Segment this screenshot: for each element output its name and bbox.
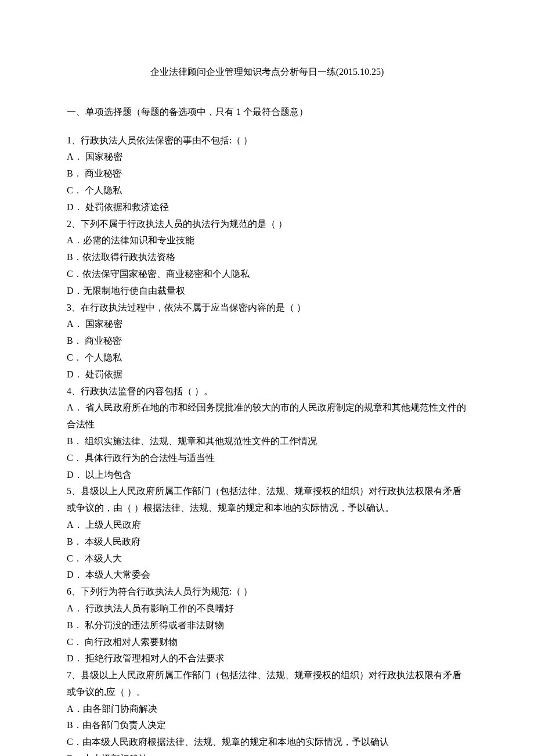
- question-stem: 2、下列不属于行政执法人员的执法行为规范的是（ ）: [67, 216, 467, 233]
- question-option: A．必需的法律知识和专业技能: [67, 232, 467, 249]
- question-option: A． 行政执法人员有影响工作的不良嗜好: [67, 600, 467, 617]
- question-option: C． 向行政相对人索要财物: [67, 634, 467, 651]
- question-option: C．依法保守国家秘密、商业秘密和个人隐私: [67, 266, 467, 283]
- question-block: 3、在行政执法过程中，依法不属于应当保密内容的是（ ）A． 国家秘密B． 商业秘…: [67, 300, 467, 383]
- question-option: A． 国家秘密: [67, 149, 467, 165]
- question-option: D． 本级人大常委会: [67, 567, 467, 584]
- question-option: B．由各部门负责人决定: [67, 717, 467, 734]
- question-option: B． 商业秘密: [67, 165, 467, 182]
- question-option: D．由上级部门确认: [67, 751, 467, 756]
- question-block: 5、县级以上人民政府所属工作部门（包括法律、法规、规章授权的组织）对行政执法权限…: [67, 483, 467, 584]
- question-option: B．依法取得行政执法资格: [67, 249, 467, 266]
- question-block: 6、下列行为符合行政执法人员行为规范:（ ）A． 行政执法人员有影响工作的不良嗜…: [67, 584, 467, 667]
- question-block: 2、下列不属于行政执法人员的执法行为规范的是（ ）A．必需的法律知识和专业技能B…: [67, 216, 467, 300]
- question-option: D． 处罚依据: [67, 366, 467, 383]
- question-option: D．无限制地行使自由裁量权: [67, 283, 467, 300]
- section-header: 一、单项选择题（每题的备选项中，只有 1 个最符合题意）: [67, 104, 467, 121]
- question-option: A．由各部门协商解决: [67, 701, 467, 718]
- question-option: C． 个人隐私: [67, 182, 467, 199]
- question-stem: 5、县级以上人民政府所属工作部门（包括法律、法规、规章授权的组织）对行政执法权限…: [67, 483, 467, 517]
- question-option: C． 本级人大: [67, 550, 467, 567]
- questions-container: 1、行政执法人员依法保密的事由不包括:（ ）A． 国家秘密B． 商业秘密C． 个…: [67, 132, 467, 756]
- question-block: 1、行政执法人员依法保密的事由不包括:（ ）A． 国家秘密B． 商业秘密C． 个…: [67, 132, 467, 216]
- question-option: D． 以上均包含: [67, 467, 467, 484]
- question-stem: 6、下列行为符合行政执法人员行为规范:（ ）: [67, 584, 467, 600]
- question-option: C．由本级人民政府根据法律、法规、规章的规定和本地的实际情况，予以确认: [67, 734, 467, 751]
- question-option: D． 处罚依据和救济途径: [67, 199, 467, 216]
- question-stem: 4、行政执法监督的内容包括（ ）。: [67, 383, 467, 400]
- question-option: B． 本级人民政府: [67, 534, 467, 550]
- question-option: C． 具体行政行为的合法性与适当性: [67, 450, 467, 467]
- question-block: 7、县级以上人民政府所属工作部门（包括法律、法规、规章授权的组织）对行政执法权限…: [67, 667, 467, 756]
- question-option: A． 省人民政府所在地的市和经国务院批准的较大的市的人民政府制定的规章和其他规范…: [67, 399, 467, 433]
- question-stem: 1、行政执法人员依法保密的事由不包括:（ ）: [67, 132, 467, 149]
- question-option: B． 私分罚没的违法所得或者非法财物: [67, 617, 467, 634]
- document-title: 企业法律顾问企业管理知识考点分析每日一练(2015.10.25): [67, 64, 467, 81]
- question-stem: 7、县级以上人民政府所属工作部门（包括法律、法规、规章授权的组织）对行政执法权限…: [67, 667, 467, 701]
- question-block: 4、行政执法监督的内容包括（ ）。A． 省人民政府所在地的市和经国务院批准的较大…: [67, 383, 467, 484]
- question-option: A． 国家秘密: [67, 316, 467, 333]
- question-option: A． 上级人民政府: [67, 517, 467, 534]
- question-option: B． 商业秘密: [67, 333, 467, 350]
- question-option: C． 个人隐私: [67, 350, 467, 366]
- question-option: B． 组织实施法律、法规、规章和其他规范性文件的工作情况: [67, 433, 467, 450]
- question-stem: 3、在行政执法过程中，依法不属于应当保密内容的是（ ）: [67, 300, 467, 316]
- question-option: D． 拒绝行政管理相对人的不合法要求: [67, 650, 467, 667]
